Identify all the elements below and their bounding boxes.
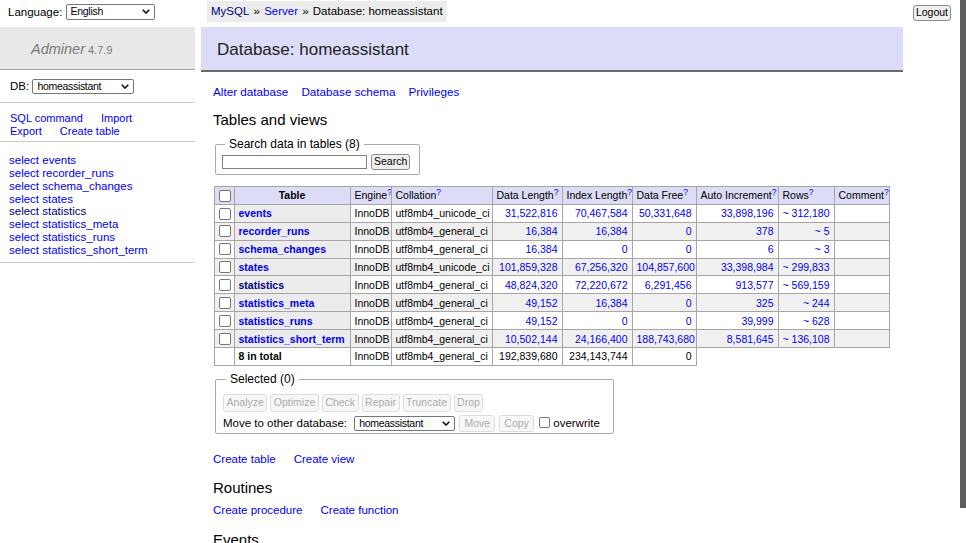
help-link[interactable]: ? (683, 187, 688, 197)
data-length-link[interactable]: 16,384 (525, 243, 557, 255)
rows-link[interactable]: ~ 3 (815, 243, 830, 255)
help-link[interactable]: ? (554, 187, 559, 197)
data-length-link[interactable]: 10,502,144 (505, 333, 558, 345)
help-link[interactable]: ? (436, 187, 441, 197)
help-link[interactable]: ? (884, 187, 889, 197)
row-checkbox[interactable] (219, 208, 231, 220)
index-length-link[interactable]: 16,384 (595, 225, 627, 237)
index-length-link[interactable]: 70,467,584 (575, 207, 628, 219)
move-database-select[interactable]: homeassistant (354, 416, 455, 431)
search-button[interactable]: Search (371, 154, 410, 170)
rows-link[interactable]: ~ 312,180 (783, 207, 830, 219)
index-length-link[interactable]: 16,384 (595, 297, 627, 309)
index-length-link[interactable]: 67,256,320 (575, 261, 628, 273)
sidebar-link-select-events[interactable]: select events (9, 154, 76, 166)
row-checkbox[interactable] (219, 333, 231, 345)
table-link-statistics_meta[interactable]: statistics_meta (239, 297, 315, 309)
drop-button[interactable]: Drop (454, 394, 484, 412)
data-free-link[interactable]: 0 (686, 315, 692, 327)
link-create-function[interactable]: Create function (321, 504, 399, 516)
link-privileges[interactable]: Privileges (409, 85, 460, 98)
index-length-link[interactable]: 24,166,400 (575, 333, 628, 345)
link-create-view[interactable]: Create view (294, 453, 355, 465)
rows-link[interactable]: ~ 569,159 (783, 279, 830, 291)
sidebar-link-select-statistics_runs[interactable]: select statistics_runs (9, 231, 115, 243)
data-free-link[interactable]: 0 (686, 225, 692, 237)
index-length-link[interactable]: 0 (622, 315, 628, 327)
auto-increment-link[interactable]: 325 (756, 297, 774, 309)
auto-increment-link[interactable]: 39,999 (741, 315, 773, 327)
sidebar-action-export[interactable]: Export (10, 125, 42, 137)
table-link-statistics_runs[interactable]: statistics_runs (239, 315, 313, 327)
auto-increment-link[interactable]: 8,581,645 (727, 333, 774, 345)
select-all-checkbox[interactable] (219, 190, 231, 202)
sidebar-action-sql-command[interactable]: SQL command (10, 112, 83, 124)
data-free-link[interactable]: 104,857,600 (637, 261, 695, 273)
truncate-button[interactable]: Truncate (403, 394, 451, 412)
data-length-link[interactable]: 49,152 (525, 315, 557, 327)
repair-button[interactable]: Repair (362, 394, 400, 412)
link-create-table[interactable]: Create table (213, 453, 276, 465)
link-alter-database[interactable]: Alter database (213, 85, 288, 98)
data-length-link[interactable]: 49,152 (525, 297, 557, 309)
help-link[interactable]: ? (809, 187, 814, 197)
auto-increment-link[interactable]: 378 (756, 225, 774, 237)
language-select[interactable]: English (66, 4, 155, 20)
optimize-button[interactable]: Optimize (270, 394, 318, 412)
link-create-procedure[interactable]: Create procedure (213, 504, 303, 516)
sidebar-link-select-statistics_short_term[interactable]: select statistics_short_term (9, 244, 148, 256)
auto-increment-link[interactable]: 33,398,984 (721, 261, 774, 273)
data-length-link[interactable]: 31,522,816 (505, 207, 558, 219)
table-link-statistics_short_term[interactable]: statistics_short_term (239, 333, 345, 345)
rows-link[interactable]: ~ 628 (803, 315, 830, 327)
sidebar-link-select-recorder_runs[interactable]: select recorder_runs (9, 167, 114, 179)
analyze-button[interactable]: Analyze (223, 394, 267, 412)
scrollbar-thumb[interactable] (960, 0, 966, 508)
overwrite-checkbox[interactable] (539, 417, 550, 428)
sidebar-link-select-states[interactable]: select states (9, 193, 73, 205)
data-free-link[interactable]: 50,331,648 (639, 207, 692, 219)
row-checkbox[interactable] (219, 297, 231, 309)
data-free-link[interactable]: 0 (686, 297, 692, 309)
search-input[interactable] (222, 155, 367, 169)
data-free-link[interactable]: 6,291,456 (645, 279, 692, 291)
move-button[interactable]: Move (459, 415, 495, 433)
data-length-link[interactable]: 16,384 (525, 225, 557, 237)
sidebar-action-create-table[interactable]: Create table (60, 125, 120, 137)
help-link[interactable]: ? (772, 187, 777, 197)
sidebar-link-select-schema_changes[interactable]: select schema_changes (9, 180, 132, 192)
sidebar-link-select-statistics_meta[interactable]: select statistics_meta (9, 218, 118, 230)
row-checkbox[interactable] (219, 315, 231, 327)
help-link[interactable]: ? (387, 187, 391, 197)
rows-link[interactable]: ~ 299,833 (783, 261, 830, 273)
row-checkbox[interactable] (219, 261, 231, 273)
auto-increment-link[interactable]: 6 (768, 243, 774, 255)
auto-increment-link[interactable]: 913,577 (736, 279, 774, 291)
table-link-schema_changes[interactable]: schema_changes (239, 243, 327, 255)
rows-link[interactable]: ~ 5 (815, 225, 830, 237)
row-checkbox[interactable] (219, 225, 231, 237)
table-link-events[interactable]: events (239, 207, 272, 219)
row-checkbox[interactable] (219, 279, 231, 291)
row-checkbox[interactable] (219, 243, 231, 255)
rows-link[interactable]: ~ 244 (803, 297, 830, 309)
copy-button[interactable]: Copy (499, 415, 534, 433)
check-button[interactable]: Check (322, 394, 359, 412)
table-link-statistics[interactable]: statistics (239, 279, 285, 291)
db-select[interactable]: homeassistant (32, 79, 134, 94)
data-free-link[interactable]: 0 (686, 243, 692, 255)
sidebar-link-select-statistics[interactable]: select statistics (9, 205, 86, 217)
table-link-recorder_runs[interactable]: recorder_runs (239, 225, 310, 237)
sidebar-action-import[interactable]: Import (101, 112, 132, 124)
index-length-link[interactable]: 72,220,672 (575, 279, 628, 291)
table-link-states[interactable]: states (239, 261, 269, 273)
link-database-schema[interactable]: Database schema (301, 85, 395, 98)
help-link[interactable]: ? (627, 187, 632, 197)
auto-increment-link[interactable]: 33,898,196 (721, 207, 774, 219)
adminer-logo-link[interactable]: Adminer (31, 41, 85, 57)
index-length-link[interactable]: 0 (622, 243, 628, 255)
data-length-link[interactable]: 48,824,320 (505, 279, 558, 291)
data-free-link[interactable]: 188,743,680 (637, 333, 695, 345)
rows-link[interactable]: ~ 136,108 (783, 333, 830, 345)
data-length-link[interactable]: 101,859,328 (499, 261, 557, 273)
